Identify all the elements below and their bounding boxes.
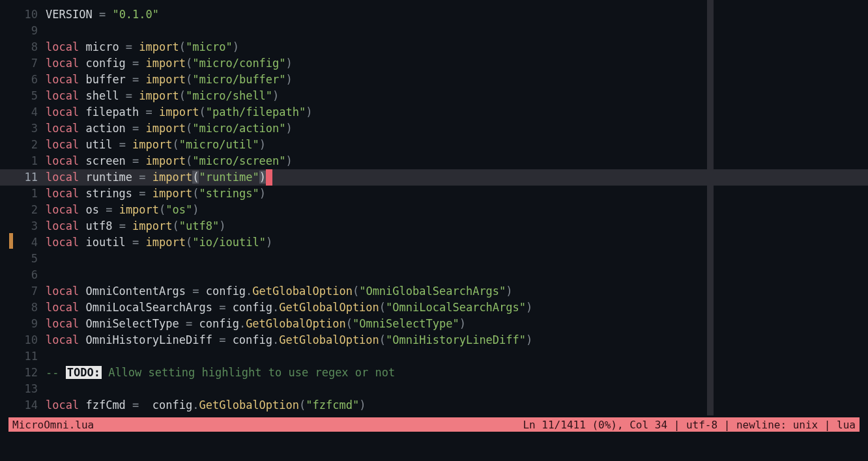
code-line[interactable]: 6	[0, 267, 868, 283]
line-number: 13	[0, 381, 46, 397]
line-number: 3	[0, 218, 46, 234]
code-line[interactable]: 2 local os = import("os")	[0, 202, 868, 218]
line-number: 12	[0, 365, 46, 381]
line-number: 2	[0, 137, 46, 153]
line-number: 5	[0, 88, 46, 104]
line-number: 7	[0, 55, 46, 72]
code-line[interactable]: 5	[0, 251, 868, 267]
code-line[interactable]: 3 local action = import("micro/action")	[0, 120, 868, 137]
line-number: 10	[0, 7, 46, 23]
line-number: 9	[0, 23, 46, 39]
line-number: 4	[0, 234, 46, 251]
code-line[interactable]: 8 local OmniLocalSearchArgs = config.Get…	[0, 300, 868, 316]
code-line[interactable]: 14 local fzfCmd = config.GetGlobalOption…	[0, 397, 868, 413]
line-number: 10	[0, 332, 46, 348]
status-filename: MicroOmni.lua	[12, 417, 523, 433]
match-paren-icon: )	[259, 171, 266, 184]
code-line[interactable]: 9	[0, 23, 868, 39]
line-number: 2	[0, 202, 46, 218]
code-line[interactable]: 5 local shell = import("micro/shell")	[0, 88, 868, 104]
code-line[interactable]: 7 local config = import("micro/config")	[0, 55, 868, 72]
line-number: 3	[0, 120, 46, 137]
code-line[interactable]: 12 -- TODO: Allow setting highlight to u…	[0, 365, 868, 381]
code-line[interactable]: 2 local util = import("micro/util")	[0, 137, 868, 153]
code-line[interactable]: 10 local OmniHistoryLineDiff = config.Ge…	[0, 332, 868, 348]
line-number: 1	[0, 153, 46, 169]
editor: 10 VERSION = "0.1.0" 9 8 local micro = i…	[0, 0, 868, 461]
status-bar: MicroOmni.lua Ln 11/1411 (0%), Col 34 | …	[8, 417, 860, 432]
code-line[interactable]: 10 VERSION = "0.1.0"	[0, 7, 868, 23]
line-number: 4	[0, 104, 46, 120]
cursor-icon	[266, 169, 272, 186]
code-line[interactable]: 11	[0, 348, 868, 365]
line-number: 14	[0, 397, 46, 413]
line-number: 11	[0, 169, 46, 186]
code-line[interactable]: 1 local strings = import("strings")	[0, 186, 868, 202]
code-area[interactable]: 10 VERSION = "0.1.0" 9 8 local micro = i…	[0, 0, 868, 415]
line-number: 6	[0, 72, 46, 88]
identifier: VERSION	[46, 8, 93, 21]
todo-tag-icon: TODO:	[66, 366, 102, 379]
code-line[interactable]: 13	[0, 381, 868, 397]
line-number: 1	[0, 186, 46, 202]
code-line[interactable]: 9 local OmniSelectType = config.GetGloba…	[0, 316, 868, 332]
code-line[interactable]: 7 local OmniContentArgs = config.GetGlob…	[0, 283, 868, 300]
code-line[interactable]: 1 local screen = import("micro/screen")	[0, 153, 868, 169]
line-number: 8	[0, 39, 46, 55]
code-line[interactable]: 4 local filepath = import("path/filepath…	[0, 104, 868, 120]
line-number: 5	[0, 251, 46, 267]
status-position: Ln 11/1411 (0%), Col 34 | utf-8 | newlin…	[523, 417, 856, 433]
code-line[interactable]: 6 local buffer = import("micro/buffer")	[0, 72, 868, 88]
code-line-current[interactable]: 11 local runtime = import("runtime")	[0, 169, 868, 186]
match-paren-icon: (	[192, 171, 199, 184]
line-number: 7	[0, 283, 46, 300]
line-number: 8	[0, 300, 46, 316]
code-line[interactable]: 3 local utf8 = import("utf8")	[0, 218, 868, 234]
line-number: 6	[0, 267, 46, 283]
line-number: 11	[0, 348, 46, 365]
line-number: 9	[0, 316, 46, 332]
code-line[interactable]: 4 local ioutil = import("io/ioutil")	[0, 234, 868, 251]
code-line[interactable]: 8 local micro = import("micro")	[0, 39, 868, 55]
